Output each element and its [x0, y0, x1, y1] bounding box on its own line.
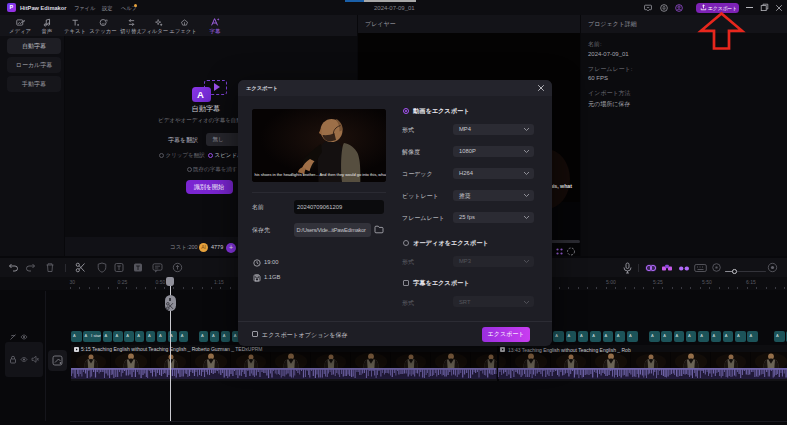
svg-text:his shoes in the headlights br: his shoes in the headlights brother... A… — [255, 172, 387, 177]
